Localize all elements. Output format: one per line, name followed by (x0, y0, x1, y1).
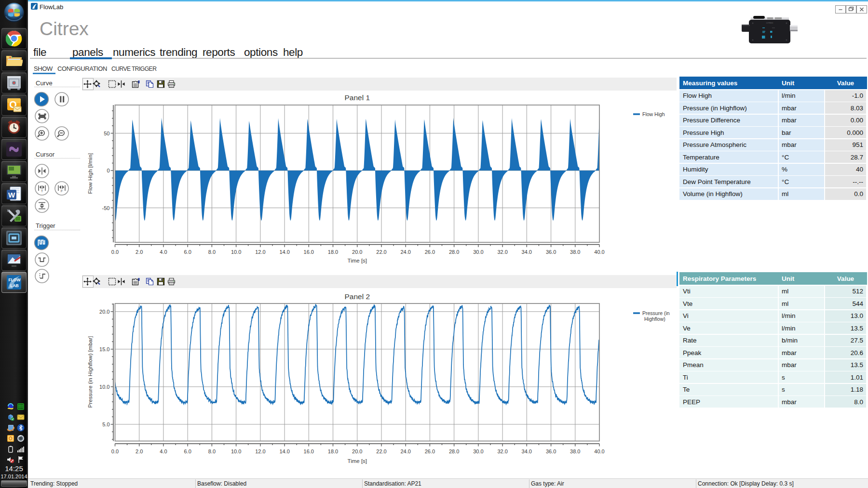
svg-text:F: F (61, 189, 63, 193)
svg-text:22.0: 22.0 (376, 448, 386, 454)
svg-text:24.0: 24.0 (400, 249, 410, 255)
svg-text:Panel 2: Panel 2 (345, 292, 370, 301)
svg-text:16.0: 16.0 (304, 448, 314, 454)
svg-text:8.0: 8.0 (208, 448, 216, 454)
svg-text:40.0: 40.0 (594, 249, 604, 255)
svg-text:38.0: 38.0 (570, 249, 580, 255)
svg-text:18.0: 18.0 (328, 249, 338, 255)
svg-text:10.0: 10.0 (99, 384, 109, 390)
svg-text:24.0: 24.0 (400, 448, 410, 454)
svg-text:-50: -50 (102, 205, 110, 211)
svg-text:30.0: 30.0 (473, 448, 483, 454)
svg-text:W: W (8, 191, 15, 199)
svg-text:5.0: 5.0 (102, 422, 109, 427)
svg-text:Pressure (in Highflow) [mbar]: Pressure (in Highflow) [mbar] (87, 336, 93, 408)
svg-text:34.0: 34.0 (522, 249, 532, 255)
svg-text:20.0: 20.0 (352, 249, 362, 255)
svg-text:12.0: 12.0 (255, 448, 265, 454)
svg-text:CITREX: CITREX (766, 22, 773, 24)
svg-text:36.0: 36.0 (546, 249, 556, 255)
svg-text:T: T (41, 189, 43, 193)
svg-text:50: 50 (104, 131, 109, 136)
svg-text:8.0: 8.0 (208, 249, 216, 255)
svg-text:Flow High: Flow High (642, 111, 665, 117)
svg-text:2.0: 2.0 (136, 249, 143, 255)
svg-text:20.0: 20.0 (99, 309, 109, 315)
svg-text:16.0: 16.0 (304, 249, 314, 255)
svg-text:O: O (9, 436, 13, 441)
svg-text:26.0: 26.0 (425, 448, 435, 454)
svg-text:4.0: 4.0 (160, 448, 167, 454)
svg-text:2.0: 2.0 (136, 448, 143, 454)
svg-text:14.0: 14.0 (279, 448, 289, 454)
svg-text:4.0: 4.0 (160, 249, 167, 255)
svg-text:6.0: 6.0 (184, 448, 191, 454)
svg-text:0: 0 (107, 168, 109, 173)
svg-text:38.0: 38.0 (570, 448, 580, 454)
svg-text:12.0: 12.0 (255, 249, 265, 255)
svg-text:0.0: 0.0 (111, 249, 119, 255)
svg-text:28.0: 28.0 (449, 249, 459, 255)
svg-text:15.0: 15.0 (99, 346, 109, 352)
svg-text:18.0: 18.0 (328, 448, 338, 454)
svg-text:26.0: 26.0 (425, 249, 435, 255)
svg-text:34.0: 34.0 (522, 448, 532, 454)
svg-text:30.0: 30.0 (473, 249, 483, 255)
svg-text:6.0: 6.0 (184, 249, 191, 255)
svg-text:32.0: 32.0 (497, 448, 507, 454)
svg-text:36.0: 36.0 (546, 448, 556, 454)
svg-text:Time [s]: Time [s] (348, 458, 367, 464)
svg-text:40.0: 40.0 (594, 448, 604, 454)
svg-text:Highflow): Highflow) (644, 316, 665, 322)
svg-text:22.0: 22.0 (376, 249, 386, 255)
svg-text:32.0: 32.0 (497, 249, 507, 255)
svg-text:LAB: LAB (10, 283, 18, 288)
svg-text:20.0: 20.0 (352, 448, 362, 454)
svg-text:0.0: 0.0 (111, 448, 119, 454)
svg-text:10.0: 10.0 (231, 249, 241, 255)
svg-text:Flow High [l/min]: Flow High [l/min] (87, 153, 93, 194)
svg-text:Time [s]: Time [s] (348, 258, 367, 264)
svg-text:Pressure (in: Pressure (in (642, 310, 670, 316)
svg-text:FLOW: FLOW (8, 277, 21, 282)
svg-text:28.0: 28.0 (449, 448, 459, 454)
svg-text:10.0: 10.0 (231, 448, 241, 454)
svg-text:14.0: 14.0 (279, 249, 289, 255)
svg-text:Panel 1: Panel 1 (345, 93, 370, 102)
